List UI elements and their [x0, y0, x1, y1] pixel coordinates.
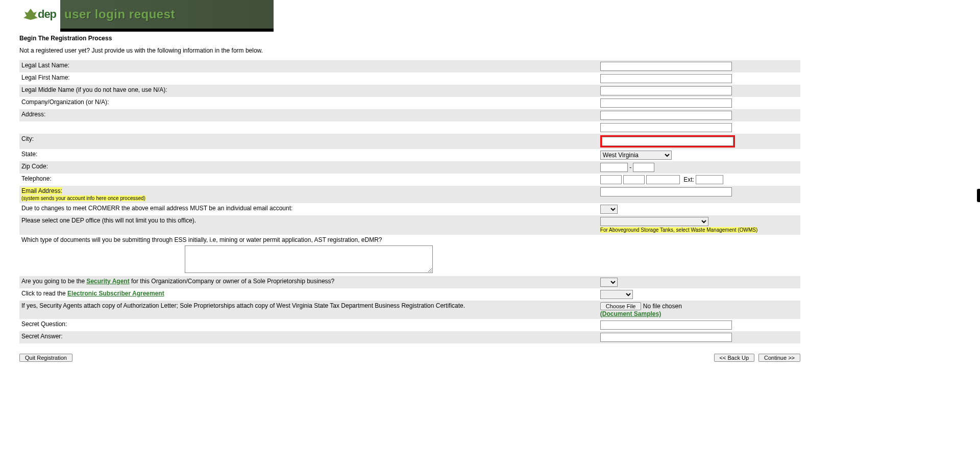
doc-type-text: Which type of documents will you be subm… [21, 236, 382, 243]
logo-text: dep [38, 8, 56, 21]
label-address2 [19, 121, 598, 134]
continue-button[interactable]: Continue >> [758, 354, 800, 362]
banner-title-wrap: user login request [60, 0, 274, 29]
phone-prefix-input[interactable] [623, 175, 645, 184]
registration-form: Legal Last Name: Legal First Name: Legal… [19, 60, 800, 343]
file-status: No file chosen [643, 303, 682, 310]
label-attach: If yes, Security Agents attach copy of A… [19, 301, 598, 319]
security-agent-post: for this Organization/Company or owner o… [130, 278, 335, 285]
side-handle-icon[interactable] [977, 189, 980, 202]
label-middle-name: Legal Middle Name (if you do not have on… [19, 85, 598, 97]
label-ext: Ext: [683, 176, 694, 183]
banner-title: user login request [64, 7, 175, 21]
esa-link[interactable]: Electronic Subscriber Agreement [67, 290, 164, 297]
middle-name-input[interactable] [600, 86, 732, 95]
label-secret-q: Secret Question: [19, 319, 598, 331]
choose-file-button[interactable]: Choose File [600, 302, 642, 310]
company-input[interactable] [600, 98, 732, 108]
label-company: Company/Organization (or N/A): [19, 97, 598, 109]
state-select[interactable]: West Virginia [600, 151, 672, 160]
last-name-input[interactable] [600, 62, 732, 71]
city-input[interactable] [602, 137, 733, 146]
label-city: City: [19, 134, 598, 149]
label-state: State: [19, 149, 598, 161]
esa-pre: Click to read the [21, 290, 67, 297]
label-esa: Click to read the Electronic Subscriber … [19, 288, 598, 301]
esa-select[interactable] [600, 290, 633, 299]
phone-ext-input[interactable] [696, 175, 723, 184]
cromerr-select[interactable] [600, 205, 618, 214]
secret-answer-input[interactable] [600, 333, 732, 342]
email-input[interactable] [600, 187, 732, 196]
first-name-input[interactable] [600, 74, 732, 83]
label-zip: Zip Code: [19, 161, 598, 174]
zip4-input[interactable] [633, 163, 654, 172]
intro-text: Not a registered user yet? Just provide … [19, 47, 800, 54]
label-security-agent: Are you going to be the Security Agent f… [19, 276, 598, 288]
secret-question-input[interactable] [600, 320, 732, 330]
phone-area-input[interactable] [600, 175, 622, 184]
zip5-input[interactable] [600, 163, 628, 172]
label-email: Email Address: (system sends your accoun… [19, 186, 598, 203]
dep-office-note: For Aboveground Storage Tanks, select Wa… [600, 227, 757, 233]
label-telephone: Telephone: [19, 174, 598, 186]
label-first-name: Legal First Name: [19, 72, 598, 85]
leaf-icon [23, 9, 38, 20]
email-note: (system sends your account info here onc… [21, 195, 145, 201]
quit-registration-button[interactable]: Quit Registration [19, 354, 72, 362]
label-dep-office: Please select one DEP office (this will … [19, 215, 598, 235]
address1-input[interactable] [600, 111, 732, 120]
label-secret-a: Secret Answer: [19, 331, 598, 343]
city-highlight [600, 135, 735, 147]
security-agent-pre: Are you going to be the [21, 278, 86, 285]
button-row: Quit Registration << Back Up Continue >> [19, 354, 800, 362]
security-agent-link[interactable]: Security Agent [86, 278, 129, 285]
label-address: Address: [19, 109, 598, 121]
back-up-button[interactable]: << Back Up [714, 354, 754, 362]
label-last-name: Legal Last Name: [19, 60, 598, 72]
email-label-text: Email Address: [21, 187, 62, 194]
section-title: Begin The Registration Process [19, 35, 800, 42]
security-agent-select[interactable] [600, 278, 618, 287]
zip-dash: - [629, 164, 631, 171]
doc-type-textarea[interactable] [185, 245, 433, 273]
phone-line-input[interactable] [646, 175, 680, 184]
document-samples-link[interactable]: (Document Samples) [600, 310, 661, 317]
page-banner: dep user login request [19, 0, 800, 29]
label-cromerr: Due to changes to meet CROMERR the above… [19, 203, 598, 215]
label-doc-type: Which type of documents will you be subm… [19, 235, 598, 276]
dep-office-select[interactable] [600, 217, 708, 226]
logo: dep [19, 8, 60, 21]
address2-input[interactable] [600, 123, 732, 132]
